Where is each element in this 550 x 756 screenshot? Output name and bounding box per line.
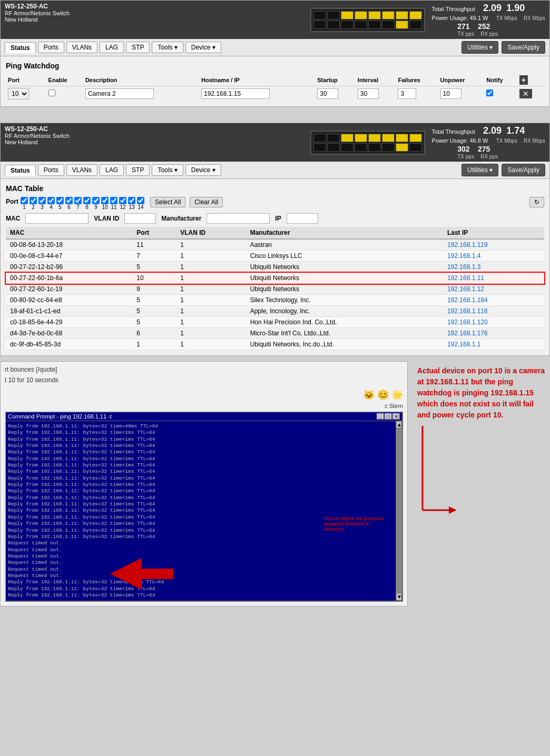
interval-input[interactable] [358,88,379,99]
panel1-header: WS-12-250-AC RF Armor/Netonix Switch New… [1,1,549,39]
port-cell [368,134,381,142]
mac-table-row[interactable]: 00-27-22-60-1b-6a101Ubiquiti Networks192… [6,273,544,284]
description-input[interactable] [85,88,154,99]
mac-table-row[interactable]: dc-9f-db-45-85-3d11Ubiquiti Networks, In… [6,339,544,350]
dropdown-tools-2[interactable]: Tools ▾ [152,164,183,176]
tab-status-1[interactable]: Status [5,42,36,53]
enable-checkbox[interactable] [48,89,55,96]
ip-link[interactable]: 192.168.1.184 [447,296,488,304]
port-10-checkbox[interactable] [101,197,109,204]
port-13-checkbox[interactable] [128,197,135,204]
select-all-button[interactable]: Select All [150,197,185,207]
panel2-device-info: WS-12-250-AC RF Armor/Netonix Switch New… [5,125,70,145]
pw-table-row: 10 ✕ [6,86,544,102]
cmd-scrollbar[interactable]: ▲ ▼ [396,421,402,601]
ip-link[interactable]: 192.168.1.3 [447,263,480,271]
port-5-checkbox[interactable] [56,197,64,204]
tab-stp-2[interactable]: STP [126,164,150,176]
port-14-checkbox[interactable] [137,197,144,204]
cmd-close-button[interactable]: ✕ [392,413,400,420]
clear-all-button[interactable]: Clear All [190,197,223,207]
notify-checkbox[interactable] [486,89,493,96]
mac-cell: 00-27-22-12-b2-96 [6,262,132,273]
tab-vlans-2[interactable]: VLANs [66,164,97,176]
port-1-checkbox[interactable] [21,197,28,204]
cmd-line: Request timed out. [8,547,394,553]
scroll-up[interactable]: ▲ [396,421,402,429]
utilities-button-2[interactable]: Utilities ▾ [461,164,498,176]
mac-table-row[interactable]: 00-08-5d-13-20-18111Aastran192.168.1.119 [6,239,544,251]
ip-link[interactable]: 192.168.1.12 [447,285,484,293]
scroll-down[interactable]: ▼ [396,593,402,601]
tab-ports-1[interactable]: Ports [38,42,64,53]
port-checkbox-4: 4 [47,197,55,210]
refresh-button[interactable]: ↻ [529,197,544,207]
tab-lag-2[interactable]: LAG [100,164,124,176]
ip-link[interactable]: 192.168.1.4 [447,252,480,260]
mac-table-row[interactable]: 00-0e-08-c3-44-e771Cisco Linksys LLC192.… [6,251,544,262]
port-select[interactable]: 10 [8,88,29,100]
dropdown-tools-1[interactable]: Tools ▾ [152,42,183,53]
cmd-minimize-button[interactable]: _ [377,413,384,420]
spacer1 [0,112,550,123]
mac-table-row[interactable]: d4-3d-7e-bd-0c-6861Micro-Star Int'l Co, … [6,328,544,339]
delete-row-button[interactable]: ✕ [519,89,532,98]
tab-vlans-1[interactable]: VLANs [66,42,97,53]
cmd-line: Reply from 192.168.1.11: bytes=32 time<1… [8,534,394,540]
ping-watchdog-table: Port Enable Description Hostname / IP St… [6,74,544,101]
save-button-2[interactable]: Save/Apply [502,164,545,176]
throughput-area-1: Total Throughput 2.09 1.90 Power Usage: … [431,3,545,37]
cmd-maximize-button[interactable]: □ [385,413,392,420]
mac-table-row[interactable]: c0-18-85-6e-44-2951Hon Hai Precision Ind… [6,317,544,328]
cmd-line: Reply from 192.168.1.11: bytes=32 time<1… [8,456,394,462]
ip-link[interactable]: 192.168.1.116 [447,307,488,315]
utilities-button-1[interactable]: Utilities ▾ [461,41,498,54]
vlan-filter-input[interactable] [124,213,156,224]
panel1-device-info: WS-12-250-AC RF Armor/Netonix Switch New… [5,3,70,23]
mac-table-row[interactable]: 00-80-92-cc-64-e851Silex Technology, Inc… [6,295,544,306]
port-9-checkbox[interactable] [92,197,100,204]
ip-filter-input[interactable] [287,213,318,224]
port-2-checkbox[interactable] [30,197,37,204]
mac-filter-input[interactable] [25,213,89,224]
cmd-window: Command Prompt - ping 192.168.1.11 -t _ … [5,411,403,602]
ip-link[interactable]: 192.168.1.119 [447,241,488,248]
ip-link[interactable]: 192.168.1.11 [447,274,484,282]
startup-input[interactable] [317,88,338,99]
cmd-line: Reply from 192.168.1.11: bytes=32 time<1… [8,436,394,443]
cmd-title-bar: Command Prompt - ping 192.168.1.11 -t _ … [6,412,402,421]
port-cell [382,11,395,19]
mac-cell: 00-08-5d-13-20-18 [6,239,132,251]
port-8-checkbox[interactable] [83,197,91,204]
ip-link[interactable]: 192.168.1.120 [447,319,488,326]
dropdown-device-1[interactable]: Device ▾ [185,42,221,53]
port-cell: 6 [132,328,176,339]
ip-link[interactable]: 192.168.1.1 [447,341,480,348]
hostname-input[interactable] [201,88,270,99]
add-row-button[interactable]: + [519,75,528,85]
vlan-col-header: VLAN ID [176,227,246,239]
failures-input[interactable] [398,88,416,99]
port-12-checkbox[interactable] [119,197,126,204]
port-cell: 9 [132,284,176,295]
port-11-checkbox[interactable] [110,197,117,204]
cmd-lines: Reply from 192.168.1.11: bytes=32 time=4… [6,421,396,601]
port-4-checkbox[interactable] [47,197,55,204]
mac-table-row[interactable]: 00-27-22-12-b2-9651Ubiquiti Networks192.… [6,262,544,273]
mac-col-header: MAC [6,227,132,239]
manufacturer-filter-label: Manufacturer [161,215,201,222]
tab-status-2[interactable]: Status [5,165,36,176]
ip-link[interactable]: 192.168.1.176 [447,330,488,337]
mac-table-row[interactable]: 18-af-61-c1-c1-ed51Apple, Incnology, Inc… [6,306,544,317]
manufacturer-filter-input[interactable] [207,213,270,224]
dropdown-device-2[interactable]: Device ▾ [185,164,221,176]
port-3-checkbox[interactable] [38,197,46,204]
mac-table-row[interactable]: 00-27-22-60-1c-1991Ubiquiti Networks192.… [6,284,544,295]
port-6-checkbox[interactable] [65,197,73,204]
tab-ports-2[interactable]: Ports [38,164,64,176]
port-7-checkbox[interactable] [74,197,82,204]
unpower-input[interactable] [440,88,461,99]
tab-lag-1[interactable]: LAG [100,42,124,53]
tab-stp-1[interactable]: STP [126,42,150,53]
save-button-1[interactable]: Save/Apply [502,41,545,54]
